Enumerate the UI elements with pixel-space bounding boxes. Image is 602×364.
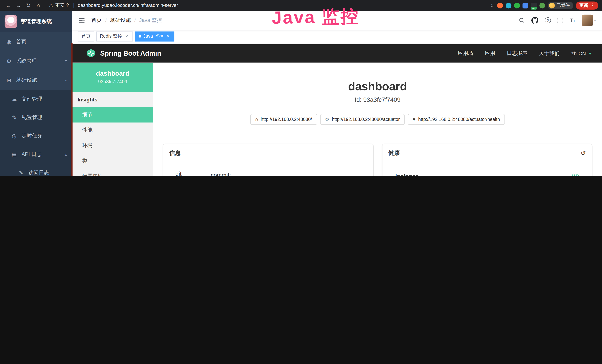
instance-links: ⌂ http://192.168.0.2:48080/ ⚙ http://192…	[153, 114, 602, 125]
tab-home[interactable]: 首页	[78, 31, 94, 41]
github-icon[interactable]	[531, 17, 538, 24]
sidebar-item-access-logs[interactable]: ✎ 访问日志	[0, 163, 72, 176]
right-column: 健康 ↺ Instance UP	[382, 144, 592, 176]
app-logo-row[interactable]: 芋道管理系统	[0, 11, 72, 32]
search-icon[interactable]	[519, 17, 525, 23]
sba-nav-journal[interactable]: 日志报表	[507, 50, 527, 57]
home-icon[interactable]: ⌂	[34, 1, 43, 10]
profile-avatar-emoji	[549, 2, 555, 8]
infrastructure-icon: ⊞	[5, 77, 12, 83]
close-icon[interactable]: ✕	[165, 33, 171, 39]
link-home-url[interactable]: ⌂ http://192.168.0.2:48080/	[250, 114, 317, 125]
sidebar-item-infrastructure[interactable]: ⊞ 基础设施 ▴	[0, 71, 72, 90]
navbar-actions: ? TT ▾	[519, 15, 596, 26]
annotation-text: Java 监控	[272, 5, 360, 30]
font-size-icon[interactable]: TT	[570, 17, 575, 23]
menu-item-details[interactable]: 细节	[72, 107, 153, 123]
sba-nav-about[interactable]: 关于我们	[539, 50, 560, 57]
sidebar-item-system-management[interactable]: ⚙ 系统管理 ▾	[0, 51, 72, 71]
link-health-url[interactable]: ♥ http://192.168.0.2:48080/actuator/heal…	[408, 114, 505, 125]
tab-redis-monitor[interactable]: Redis 监控 ✕	[97, 31, 133, 41]
sba-header: Spring Boot Admin 应用墙 应用 日志报表 关于我们 zh-CN…	[72, 44, 602, 63]
back-icon[interactable]: ←	[4, 1, 13, 10]
url-text[interactable]: dashboard.yudao.iocoder.cn/infra/admin-s…	[78, 3, 178, 8]
sidebar-item-api-logs[interactable]: ▤ API 日志 ▴	[0, 145, 72, 163]
menu-item-environment[interactable]: 环境	[72, 138, 153, 153]
security-warning-icon[interactable]: ⚠	[49, 3, 53, 8]
left-column: 信息 git commit: time: 1596289704000	[163, 144, 373, 176]
tab-java-monitor[interactable]: Java 监控 ✕	[135, 31, 174, 41]
extension-icon-3[interactable]	[514, 2, 520, 8]
status-badge: UP	[571, 173, 579, 176]
sidebar-item-scheduled-tasks[interactable]: ◷ 定时任务	[0, 127, 72, 145]
forward-icon[interactable]: →	[14, 1, 23, 10]
breadcrumb-infrastructure[interactable]: 基础设施	[110, 17, 131, 24]
document-edit-icon: ✎	[18, 170, 24, 176]
clock-icon: ◷	[11, 133, 18, 139]
main-area: 首页 / 基础设施 / Java 监控 ?	[72, 11, 602, 176]
health-card-title: 健康	[388, 150, 400, 157]
bookmark-star-icon[interactable]: ☆	[489, 2, 494, 8]
home-icon: ⌂	[255, 117, 258, 122]
close-icon[interactable]: ✕	[124, 33, 129, 39]
sba-brand[interactable]: Spring Boot Admin	[86, 48, 161, 58]
annotation-red-line	[71, 43, 73, 176]
log-icon: ▤	[11, 151, 18, 157]
sidebar-item-home[interactable]: ◉ 首页	[0, 32, 72, 52]
git-info-row: git commit: time: 1596289704000 id: 27aa…	[172, 168, 364, 176]
health-instance-row: Instance UP	[391, 168, 583, 176]
app-logo	[5, 15, 17, 28]
extension-icon-4[interactable]	[522, 2, 528, 8]
extension-leaf-icon[interactable]	[539, 2, 545, 8]
breadcrumb-home[interactable]: 首页	[91, 17, 102, 24]
sba-instance-sidebar: dashboard 93a3fc7f7409 Insights 细节 性能 环境…	[72, 63, 153, 176]
sidebar-item-file-management[interactable]: ☁ 文件管理	[0, 90, 72, 108]
sba-logo-icon	[86, 48, 96, 58]
reload-icon[interactable]: ↻	[24, 1, 33, 10]
cloud-icon: ☁	[11, 96, 18, 102]
sba-locale-select[interactable]: zh-CN ▼	[571, 50, 592, 56]
app-root: 芋道管理系统 ◉ 首页 ⚙ 系统管理 ▾ ⊞ 基础设施 ▴ ☁ 文件管理 ✎	[0, 11, 602, 176]
extension-icon-2[interactable]	[505, 2, 511, 8]
menu-item-classes[interactable]: 类	[72, 153, 153, 169]
breadcrumb-separator: /	[134, 17, 136, 23]
link-actuator-url[interactable]: ⚙ http://192.168.0.2:48080/actuator	[320, 114, 405, 125]
screen: ← → ↻ ⌂ ⚠ 不安全 | dashboard.yudao.iocoder.…	[0, 0, 602, 176]
security-label[interactable]: 不安全	[55, 2, 70, 9]
update-label: 更新	[579, 2, 588, 8]
address-bar[interactable]: ⚠ 不安全 | dashboard.yudao.iocoder.cn/infra…	[49, 2, 178, 9]
insights-section: Insights 细节 性能 环境 类 配置属性 计划任务	[72, 92, 153, 176]
history-icon[interactable]: ↺	[581, 150, 586, 157]
help-icon[interactable]: ?	[545, 17, 551, 23]
chevron-up-icon: ▴	[65, 78, 67, 82]
insights-section-label: Insights	[72, 92, 153, 107]
update-chrome-button[interactable]: 更新 ⋮	[576, 1, 598, 9]
chevron-down-icon: ▼	[588, 51, 592, 55]
menu-item-config-props[interactable]: 配置属性	[72, 169, 153, 176]
cards-grid: 信息 git commit: time: 1596289704000	[153, 144, 602, 176]
browser-menu-icon[interactable]: ⋮	[590, 3, 595, 8]
edit-icon: ✎	[11, 114, 18, 120]
app-title: 芋道管理系统	[21, 18, 52, 25]
extension-toggle-icon[interactable]: on	[531, 2, 537, 8]
sidebar-item-config-management[interactable]: ✎ 配置管理	[0, 108, 72, 127]
avatar-caret-icon[interactable]: ▾	[594, 18, 596, 22]
fullscreen-icon[interactable]	[557, 17, 563, 23]
extension-icon-1[interactable]	[497, 2, 503, 8]
hamburger-fold-icon[interactable]	[78, 17, 85, 24]
sba-nav-wallboard[interactable]: 应用墙	[458, 50, 473, 57]
menu-item-metrics[interactable]: 性能	[72, 123, 153, 138]
user-avatar[interactable]	[582, 15, 593, 26]
page-instance-id: Id: 93a3fc7f7409	[153, 96, 602, 103]
info-card-title: 信息	[169, 150, 181, 157]
sba-main-panel: dashboard Id: 93a3fc7f7409 ⌂ http://192.…	[153, 63, 602, 176]
instance-label: Instance	[395, 173, 419, 176]
spring-boot-admin-frame: Spring Boot Admin 应用墙 应用 日志报表 关于我们 zh-CN…	[72, 44, 602, 176]
sba-nav: 应用墙 应用 日志报表 关于我们 zh-CN ▼	[458, 50, 592, 57]
breadcrumb-separator: /	[105, 17, 107, 23]
instance-header[interactable]: dashboard 93a3fc7f7409	[72, 63, 153, 92]
profile-paused-badge[interactable]: 已暂停	[548, 2, 573, 9]
git-value: commit: time: 1596289704000 id: 27aa832 …	[211, 171, 361, 176]
instance-name: dashboard	[96, 70, 129, 77]
sba-nav-applications[interactable]: 应用	[485, 50, 495, 57]
